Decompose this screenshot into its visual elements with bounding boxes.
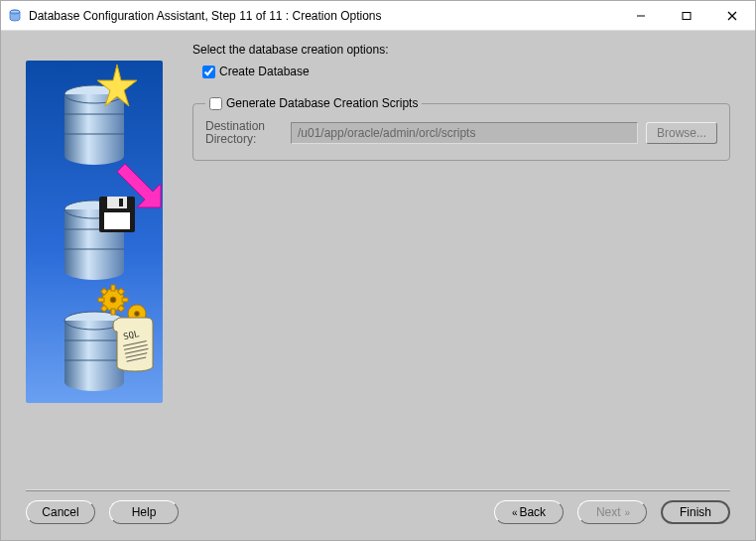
next-button-label: Next xyxy=(596,505,621,519)
create-database-option[interactable]: Create Database xyxy=(202,65,730,78)
floppy-icon xyxy=(97,195,137,234)
separator xyxy=(26,489,730,490)
wizard-side-image: SQL xyxy=(26,61,163,403)
window-title: Database Configuration Assistant, Step 1… xyxy=(29,9,618,23)
dialog-window: Database Configuration Assistant, Step 1… xyxy=(0,0,756,541)
back-button[interactable]: « Back xyxy=(494,500,564,524)
create-database-label: Create Database xyxy=(219,65,310,78)
star-icon xyxy=(93,63,141,110)
svg-marker-12 xyxy=(97,65,137,106)
browse-button[interactable]: Browse... xyxy=(646,122,717,144)
app-icon xyxy=(7,8,23,24)
svg-point-26 xyxy=(64,373,124,391)
main-pane: Select the database creation options: Cr… xyxy=(192,43,730,483)
svg-rect-23 xyxy=(104,212,130,229)
chevron-left-icon: « xyxy=(512,507,516,518)
titlebar: Database Configuration Assistant, Step 1… xyxy=(1,1,755,31)
button-bar: Cancel Help « Back Next » Finish xyxy=(26,500,730,528)
generate-scripts-legend[interactable]: Generate Database Creation Scripts xyxy=(205,96,422,110)
maximize-button[interactable] xyxy=(664,1,709,30)
finish-button[interactable]: Finish xyxy=(661,500,730,524)
help-button[interactable]: Help xyxy=(109,500,179,524)
back-button-label: Back xyxy=(519,505,546,519)
generate-scripts-label: Generate Database Creation Scripts xyxy=(226,96,418,110)
prompt-text: Select the database creation options: xyxy=(192,43,730,57)
cancel-button[interactable]: Cancel xyxy=(26,500,95,524)
minimize-button[interactable] xyxy=(618,1,664,30)
svg-rect-22 xyxy=(119,199,123,206)
svg-rect-34 xyxy=(98,298,104,302)
window-controls xyxy=(618,1,755,30)
svg-rect-21 xyxy=(107,197,127,208)
destination-directory-label: Destination Directory: xyxy=(205,120,283,146)
svg-point-16 xyxy=(64,262,124,280)
sql-script-icon: SQL xyxy=(111,314,159,373)
close-button[interactable] xyxy=(709,1,755,30)
svg-rect-3 xyxy=(683,12,691,19)
generate-scripts-group: Generate Database Creation Scripts Desti… xyxy=(192,96,730,161)
svg-rect-35 xyxy=(122,298,128,302)
svg-rect-32 xyxy=(111,285,115,291)
dialog-body: SQL Select the database creation options… xyxy=(1,31,755,540)
chevron-right-icon: » xyxy=(625,507,629,518)
generate-scripts-checkbox[interactable] xyxy=(209,97,222,110)
create-database-checkbox[interactable] xyxy=(202,66,215,78)
svg-point-31 xyxy=(110,297,116,303)
next-button: Next » xyxy=(577,500,647,524)
destination-directory-input[interactable] xyxy=(291,122,638,144)
